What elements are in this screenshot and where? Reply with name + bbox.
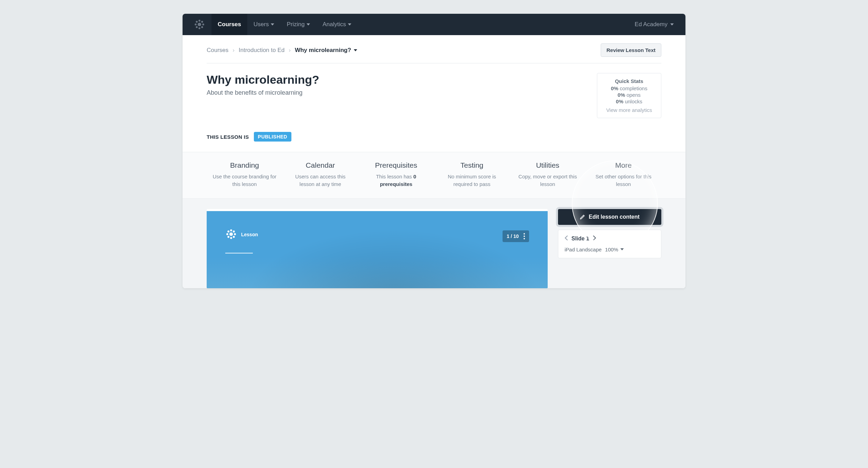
svg-point-2	[201, 21, 203, 22]
svg-point-12	[234, 233, 236, 235]
app-logo-icon	[194, 19, 205, 30]
chevron-down-icon	[271, 23, 274, 25]
published-badge: PUBLISHED	[254, 132, 291, 142]
lesson-preview[interactable]: Lesson 1 / 10	[207, 209, 548, 288]
svg-point-5	[198, 27, 200, 29]
svg-point-8	[196, 21, 197, 22]
top-nav: Courses Users Prizing Analytics Ed Acade…	[183, 14, 685, 35]
svg-point-3	[202, 23, 204, 25]
nav-users[interactable]: Users	[247, 14, 280, 35]
svg-point-15	[227, 236, 229, 238]
lesson-options-strip: Branding Use the course branding for thi…	[183, 152, 685, 199]
option-branding[interactable]: Branding Use the course branding for thi…	[207, 161, 282, 188]
breadcrumb-current[interactable]: Why microlearning?	[295, 47, 357, 54]
option-calendar[interactable]: Calendar Users can access this lesson at…	[282, 161, 358, 188]
edit-lesson-content-button[interactable]: Edit lesson content	[558, 209, 661, 225]
pencil-icon	[580, 214, 585, 220]
svg-point-6	[196, 26, 197, 28]
svg-point-13	[233, 236, 235, 238]
chevron-down-icon	[620, 248, 624, 250]
svg-point-7	[195, 23, 196, 25]
nav-prizing[interactable]: Prizing	[280, 14, 316, 35]
svg-point-11	[233, 230, 235, 232]
chevron-down-icon	[348, 23, 351, 25]
account-menu[interactable]: Ed Academy	[628, 21, 681, 28]
slide-panel: Slide 1 iPad Landscape 100%	[558, 230, 661, 258]
lesson-status-label: THIS LESSON IS	[207, 134, 249, 140]
nav-courses[interactable]: Courses	[211, 14, 247, 35]
svg-point-10	[230, 229, 232, 231]
svg-point-0	[198, 23, 201, 26]
option-utilities[interactable]: Utilities Copy, move or export this less…	[510, 161, 586, 188]
quick-stats-title: Quick Stats	[606, 78, 652, 84]
lesson-tag: Lesson	[225, 228, 258, 241]
device-select[interactable]: iPad Landscape	[565, 247, 602, 252]
svg-point-1	[198, 20, 200, 21]
page-subtitle: About the benefits of microlearning	[207, 89, 319, 96]
progress-indicator	[207, 209, 237, 211]
svg-point-14	[230, 237, 232, 239]
breadcrumb: Courses › Introduction to Ed › Why micro…	[207, 47, 357, 54]
chevron-down-icon	[670, 23, 674, 25]
prev-slide-button[interactable]	[565, 236, 568, 242]
slide-counter[interactable]: 1 / 10	[503, 230, 529, 242]
gear-icon	[225, 228, 237, 241]
breadcrumb-courses[interactable]: Courses	[207, 47, 228, 54]
svg-point-9	[229, 232, 233, 236]
option-prerequisites[interactable]: Prerequisites This lesson has 0 prerequi…	[358, 161, 434, 188]
svg-point-16	[226, 233, 228, 235]
svg-point-4	[201, 26, 203, 28]
more-vertical-icon[interactable]	[524, 233, 525, 239]
chevron-down-icon	[307, 23, 310, 25]
nav-analytics[interactable]: Analytics	[316, 14, 358, 35]
page-title: Why microlearning?	[207, 73, 319, 86]
svg-point-17	[227, 230, 229, 232]
breadcrumb-course[interactable]: Introduction to Ed	[239, 47, 285, 54]
chevron-down-icon	[354, 49, 357, 51]
current-slide-label: Slide 1	[571, 236, 589, 242]
zoom-select[interactable]: 100%	[605, 247, 624, 252]
quick-stats-panel: Quick Stats 0% completions 0% opens 0% u…	[597, 73, 661, 118]
view-more-analytics-link[interactable]: View more analytics	[606, 107, 652, 113]
option-more[interactable]: More Set other options for this lesson	[586, 161, 661, 188]
next-slide-button[interactable]	[593, 236, 596, 242]
option-testing[interactable]: Testing No minimum score is required to …	[434, 161, 510, 188]
review-lesson-text-button[interactable]: Review Lesson Text	[601, 43, 661, 57]
